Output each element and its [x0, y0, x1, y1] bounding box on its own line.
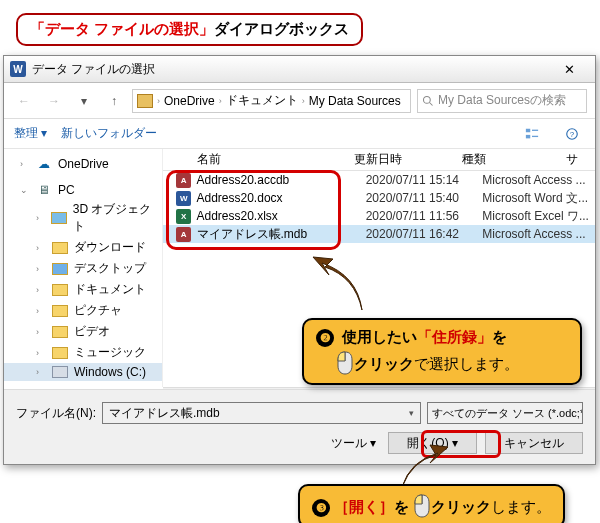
tree-pictures[interactable]: ›ピクチャ — [4, 300, 162, 321]
filename-label: ファイル名(N): — [16, 405, 96, 422]
nav-tree: ›☁OneDrive ⌄🖥PC ›3D オブジェクト ›ダウンロード ›デスクト… — [4, 149, 163, 387]
path-sep: › — [157, 96, 160, 106]
file-type: Microsoft Excel ワ... — [482, 208, 595, 225]
tree-cdrive[interactable]: ›Windows (C:) — [4, 363, 162, 381]
mouse-icon — [413, 494, 431, 518]
tree-label: OneDrive — [58, 157, 109, 171]
folder-icon — [52, 283, 68, 297]
bottom-bar: ファイル名(N): マイアドレス帳.mdb▾ すべてのデータ ソース (*.od… — [4, 389, 595, 464]
new-folder-button[interactable]: 新しいフォルダー — [61, 125, 157, 142]
caption-top: 「データ ファイルの選択」ダイアログボックス — [16, 13, 363, 46]
svg-point-0 — [424, 96, 431, 103]
col-type[interactable]: 種類 — [462, 151, 566, 168]
window-title: データ ファイルの選択 — [32, 61, 155, 78]
cancel-label: キャンセル — [504, 435, 564, 452]
nav-back-button[interactable]: ← — [12, 89, 36, 113]
file-row[interactable]: AAddress20.accdb2020/07/11 15:14Microsof… — [163, 171, 595, 189]
folder-icon — [52, 304, 68, 318]
view-button[interactable] — [519, 123, 545, 145]
folder-icon — [137, 94, 153, 108]
close-icon: ✕ — [564, 62, 575, 77]
file-type: Microsoft Word 文... — [482, 190, 595, 207]
tree-desktop[interactable]: ›デスクトップ — [4, 258, 162, 279]
col-name[interactable]: 名前 — [197, 151, 354, 168]
open-button[interactable]: 開く(O) ▾ — [388, 432, 477, 454]
help-icon: ? — [565, 127, 579, 141]
arrow-left-icon: ← — [18, 94, 30, 108]
help-button[interactable]: ? — [559, 123, 585, 145]
nav-forward-button[interactable]: → — [42, 89, 66, 113]
filetype-filter[interactable]: すべてのデータ ソース (*.odc;*.mdb;▾ — [427, 402, 583, 424]
filename-input[interactable]: マイアドレス帳.mdb▾ — [102, 402, 421, 424]
chevron-down-icon: ⌄ — [20, 185, 30, 195]
file-name: Address20.docx — [197, 191, 366, 205]
file-icon: A — [175, 226, 193, 242]
col-size[interactable]: サ — [566, 151, 595, 168]
callout-2-line1: ❷ 使用したい「住所録」を — [316, 328, 568, 347]
cloud-icon: ☁ — [36, 157, 52, 171]
svg-rect-3 — [526, 134, 530, 138]
callout-2-line2: クリックで選択します。 — [316, 351, 568, 375]
filename-row: ファイル名(N): マイアドレス帳.mdb▾ すべてのデータ ソース (*.od… — [16, 402, 583, 424]
tree-label: ビデオ — [74, 323, 110, 340]
tree-label: ダウンロード — [74, 239, 146, 256]
callout-3: ❸［開く］を クリックします。 — [298, 484, 565, 523]
titlebar: W データ ファイルの選択 ✕ — [4, 56, 595, 83]
tree-music[interactable]: ›ミュージック — [4, 342, 162, 363]
tree-videos[interactable]: ›ビデオ — [4, 321, 162, 342]
tree-3dobjects[interactable]: ›3D オブジェクト — [4, 199, 162, 237]
file-row[interactable]: XAddress20.xlsx2020/07/11 11:56Microsoft… — [163, 207, 595, 225]
file-row[interactable]: WAddress20.docx2020/07/11 15:40Microsoft… — [163, 189, 595, 207]
file-type: Microsoft Access ... — [482, 173, 595, 187]
path-seg-documents[interactable]: ドキュメント — [226, 92, 298, 109]
filename-value: マイアドレス帳.mdb — [109, 405, 220, 422]
folder-icon — [51, 211, 67, 225]
search-icon — [422, 95, 434, 107]
nav-history-button[interactable]: ▾ — [72, 89, 96, 113]
close-button[interactable]: ✕ — [549, 59, 589, 79]
tree-label: Windows (C:) — [74, 365, 146, 379]
filter-value: すべてのデータ ソース (*.odc;*.mdb; — [432, 406, 583, 421]
tree-pc[interactable]: ⌄🖥PC — [4, 181, 162, 199]
file-name: Address20.accdb — [197, 173, 366, 187]
navbar: ← → ▾ ↑ › OneDrive › ドキュメント › My Data So… — [4, 83, 595, 119]
chevron-down-icon: ▾ — [452, 436, 458, 450]
col-date[interactable]: 更新日時 — [354, 151, 462, 168]
file-icon: W — [175, 190, 193, 206]
folder-icon — [52, 346, 68, 360]
word-icon: W — [10, 61, 26, 77]
tree-label: 3D オブジェクト — [73, 201, 152, 235]
path-seg-onedrive[interactable]: OneDrive — [164, 94, 215, 108]
file-name: マイアドレス帳.mdb — [197, 226, 366, 243]
nav-up-button[interactable]: ↑ — [102, 89, 126, 113]
path-sep: › — [302, 96, 305, 106]
toolbar: 整理 ▾ 新しいフォルダー ? — [4, 119, 595, 149]
drive-icon — [52, 365, 68, 379]
tools-button[interactable]: ツール ▾ — [331, 435, 376, 452]
tree-onedrive[interactable]: ›☁OneDrive — [4, 155, 162, 173]
path-bar[interactable]: › OneDrive › ドキュメント › My Data Sources — [132, 89, 411, 113]
organize-button[interactable]: 整理 ▾ — [14, 125, 47, 142]
tree-documents[interactable]: ›ドキュメント — [4, 279, 162, 300]
search-input[interactable]: My Data Sourcesの検索 — [417, 89, 587, 113]
caption-top-red: 「データ ファイルの選択」 — [30, 20, 214, 37]
caption-top-rest: ダイアログボックス — [214, 20, 349, 37]
folder-icon — [52, 325, 68, 339]
path-seg-mydatasources[interactable]: My Data Sources — [309, 94, 401, 108]
cancel-button[interactable]: キャンセル — [485, 432, 583, 454]
file-type: Microsoft Access ... — [482, 227, 595, 241]
tree-label: PC — [58, 183, 75, 197]
tree-label: デスクトップ — [74, 260, 146, 277]
svg-rect-4 — [532, 129, 538, 130]
path-sep: › — [219, 96, 222, 106]
callout-num-3: ❸ — [312, 499, 330, 517]
callout-2: ❷ 使用したい「住所録」を クリックで選択します。 — [302, 318, 582, 385]
chevron-right-icon: › — [20, 159, 30, 169]
tree-downloads[interactable]: ›ダウンロード — [4, 237, 162, 258]
file-row[interactable]: Aマイアドレス帳.mdb2020/07/11 16:42Microsoft Ac… — [163, 225, 595, 243]
svg-rect-2 — [526, 128, 530, 132]
columns-header: 名前 更新日時 種類 サ — [163, 149, 595, 171]
chevron-down-icon: ▾ — [409, 408, 414, 418]
file-dialog: W データ ファイルの選択 ✕ ← → ▾ ↑ › OneDrive › ドキュ… — [3, 55, 596, 465]
tree-label: ドキュメント — [74, 281, 146, 298]
